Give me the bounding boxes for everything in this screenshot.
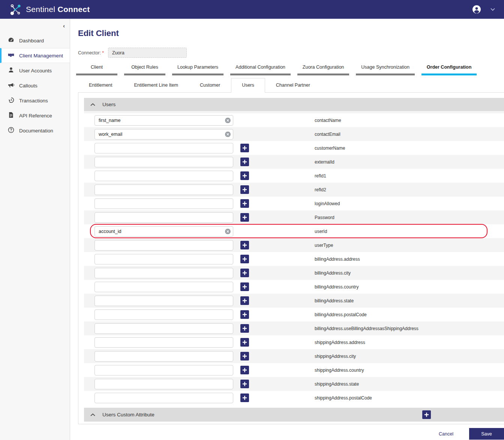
add-mapping-button[interactable] [240, 269, 249, 277]
add-mapping-button[interactable] [240, 171, 249, 180]
add-mapping-button[interactable] [240, 393, 249, 402]
save-button[interactable]: Save [469, 428, 504, 440]
add-mapping-button[interactable] [240, 282, 249, 291]
field-name-label: shippingAddress.address [315, 340, 365, 345]
mapping-value-input[interactable] [94, 115, 233, 126]
add-mapping-button[interactable] [240, 380, 249, 388]
mapping-value-input[interactable] [94, 212, 233, 223]
field-name-label: Password [315, 215, 334, 220]
mapping-row: billingAddress.state [84, 294, 504, 308]
mapping-row: billingAddress.country [84, 280, 504, 294]
users-custom-attribute-header[interactable]: Users Custom Attribute [84, 408, 504, 422]
clear-icon[interactable] [225, 131, 231, 137]
clear-icon[interactable] [225, 117, 231, 123]
sidebar-item-user-accounts[interactable]: User Accounts [0, 63, 70, 78]
connector-row: Connector: * [78, 48, 504, 58]
field-name-label: billingAddress.useBillingAddressasShippi… [315, 326, 418, 331]
add-mapping-button[interactable] [240, 352, 249, 360]
avatar-icon[interactable] [472, 5, 481, 14]
mapping-value-input[interactable] [94, 185, 233, 195]
brand-name: Sentinel Connect [26, 5, 90, 14]
tab-order-configuration[interactable]: Order Configuration [422, 65, 477, 75]
sidebar-item-client-management[interactable]: Client Management [0, 48, 70, 63]
chevron-up-icon[interactable] [90, 103, 95, 106]
subtab-customer[interactable]: Customer [189, 78, 231, 92]
mapping-value-input[interactable] [94, 129, 233, 140]
add-mapping-button[interactable] [240, 255, 249, 263]
tab-object-rules[interactable]: Object Rules [124, 65, 165, 75]
mapping-value-input[interactable] [94, 157, 233, 167]
field-name-label: billingAddress.state [315, 298, 354, 303]
mapping-value-input[interactable] [94, 351, 233, 362]
mapping-value-input[interactable] [94, 171, 233, 181]
users-custom-attribute-title: Users Custom Attribute [102, 412, 154, 417]
mapping-row: userId [84, 224, 504, 238]
chevron-left-icon[interactable]: ‹ [63, 23, 65, 29]
add-mapping-button[interactable] [240, 338, 249, 347]
subtab-entitlement-line-item[interactable]: Entitlement Line Item [123, 78, 189, 92]
add-custom-attribute-button[interactable] [422, 410, 431, 419]
mapping-value-input[interactable] [94, 282, 233, 292]
field-name-label: billingAddress.country [315, 284, 358, 290]
mapping-value-input[interactable] [94, 365, 233, 375]
sidebar-item-dashboard[interactable]: Dashboard [0, 33, 70, 48]
add-mapping-button[interactable] [240, 144, 249, 152]
add-mapping-button[interactable] [240, 296, 249, 305]
app-header: Sentinel Connect [0, 0, 504, 19]
mapping-value-input[interactable] [94, 268, 233, 278]
add-mapping-button[interactable] [240, 185, 249, 194]
add-mapping-button[interactable] [240, 310, 249, 319]
add-mapping-button[interactable] [240, 213, 249, 222]
mapping-value-input[interactable] [94, 240, 233, 251]
sidebar-item-callouts[interactable]: Callouts [0, 78, 70, 93]
mapping-value-input[interactable] [94, 254, 233, 264]
chevron-up-icon[interactable] [90, 413, 95, 416]
mapping-value-input[interactable] [94, 323, 233, 334]
tab-additional-configuration[interactable]: Additional Configuration [230, 65, 291, 75]
field-name-label: contactName [315, 118, 341, 123]
field-name-label: externalId [315, 159, 334, 165]
field-name-label: shippingAddress.city [315, 354, 356, 359]
add-mapping-button[interactable] [240, 199, 249, 208]
tab-zuora-configuration[interactable]: Zuora Configuration [297, 65, 349, 75]
add-mapping-button[interactable] [240, 366, 249, 374]
sidebar-item-documentation[interactable]: Documentation [0, 123, 70, 138]
subtab-entitlement[interactable]: Entitlement [78, 78, 123, 92]
field-name-label: shippingAddress.country [315, 368, 364, 373]
handshake-icon [8, 52, 14, 59]
mapping-value-input[interactable] [94, 309, 233, 320]
mapping-value-input[interactable] [94, 379, 233, 389]
tab-lookup-parameters[interactable]: Lookup Parameters [172, 65, 224, 75]
add-mapping-button[interactable] [240, 241, 249, 249]
mapping-value-input[interactable] [94, 296, 233, 306]
sidebar-item-transactions[interactable]: Transactions [0, 93, 70, 108]
main-tab-bar: ClientObject RulesLookup ParametersAddit… [76, 65, 504, 75]
mapping-row: contactName [84, 113, 504, 127]
tab-usage-synchronization[interactable]: Usage Synchronization [356, 65, 415, 75]
subtab-channel-partner[interactable]: Channel Partner [265, 78, 321, 92]
mapping-value-input[interactable] [94, 337, 233, 348]
subtab-users[interactable]: Users [231, 78, 265, 93]
mapping-row: loginAllowed [84, 197, 504, 210]
chevron-down-icon[interactable] [490, 8, 496, 11]
mapping-row: shippingAddress.address [84, 335, 504, 349]
mapping-value-input[interactable] [94, 198, 233, 209]
sidebar-item-api-reference[interactable]: API Reference [0, 108, 70, 123]
mapping-value-input[interactable] [94, 393, 233, 403]
mapping-row: Password [84, 210, 504, 224]
add-mapping-button[interactable] [240, 158, 249, 166]
users-section-header[interactable]: Users [84, 98, 504, 111]
add-mapping-button[interactable] [240, 324, 249, 333]
cancel-button[interactable]: Cancel [439, 431, 453, 437]
clear-icon[interactable] [225, 228, 231, 234]
mapping-value-input[interactable] [94, 143, 233, 153]
field-name-label: loginAllowed [315, 201, 340, 206]
mapping-row: billingAddress.city [84, 266, 504, 280]
field-name-label: shippingAddress.postalCode [315, 395, 372, 401]
mapping-value-input[interactable] [94, 226, 233, 237]
mapping-row: billingAddress.postalCode [84, 308, 504, 321]
field-name-label: customerName [315, 146, 345, 151]
tab-client[interactable]: Client [76, 65, 117, 75]
sub-tab-bar: EntitlementEntitlement Line ItemCustomer… [78, 78, 504, 92]
mapping-row: shippingAddress.city [84, 349, 504, 363]
